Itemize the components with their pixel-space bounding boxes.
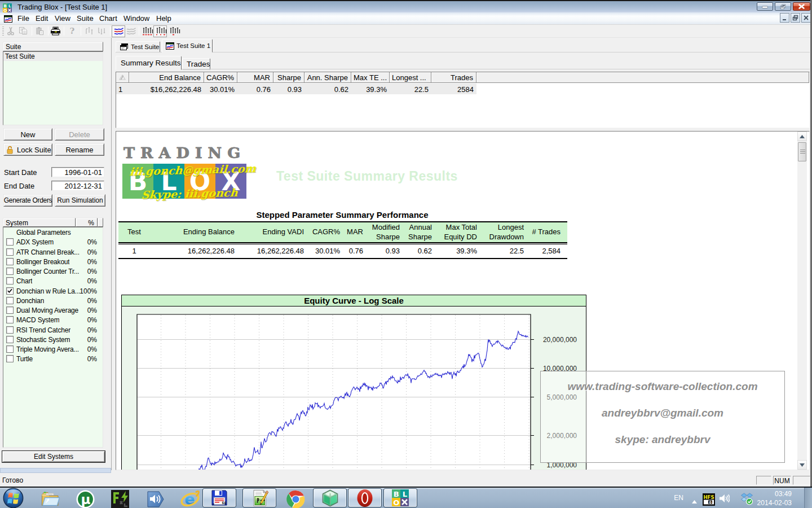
menu-edit[interactable]: Edit [36, 14, 48, 23]
stepped-parameter-down-icon[interactable] [97, 27, 107, 36]
run-simulation-button[interactable]: Run Simulation [55, 194, 105, 207]
taskbar-vbox-button[interactable] [313, 488, 347, 507]
cut-icon[interactable] [6, 27, 16, 36]
system-row[interactable]: MACD System0% [3, 315, 103, 325]
mdi-minimize-button[interactable] [780, 13, 789, 23]
system-checkbox[interactable] [6, 336, 14, 343]
tray-hfs-icon[interactable]: HFS 0 [703, 493, 715, 508]
system-row[interactable]: Donchian w Rule La...100% [3, 286, 103, 296]
grid-column-header[interactable]: Sharpe [273, 72, 304, 83]
tray-hidden-icons-arrow[interactable] [692, 496, 697, 506]
tray-volume-icon[interactable] [718, 493, 730, 506]
tab-trades[interactable]: Trades [182, 58, 210, 70]
system-row[interactable]: Donchian0% [3, 296, 103, 305]
system-checkbox[interactable] [6, 248, 14, 256]
generate-orders-button[interactable]: Generate Orders [3, 194, 52, 207]
start-date-input[interactable]: 1996-01-01 [51, 167, 104, 177]
scroll-up-button[interactable] [797, 132, 807, 141]
grid-column-header[interactable]: Ann. Sharpe [304, 72, 351, 83]
mdi-close-button[interactable] [801, 13, 811, 23]
system-row[interactable]: Triple Moving Avera...0% [3, 344, 103, 354]
tray-clock[interactable]: 03:49 2014-02-03 [757, 489, 792, 507]
system-list[interactable]: Global ParametersADX System0%ATR Channel… [3, 227, 103, 448]
grid-cell[interactable]: 1 [116, 84, 129, 95]
taskbar-utorrent-icon[interactable]: µ [76, 489, 95, 508]
grid-column-header[interactable]: Longest ... [390, 72, 431, 83]
taskbar-internet-explorer-icon[interactable]: e [180, 489, 200, 508]
grid-cell[interactable]: 2584 [431, 84, 476, 95]
stepped-parameter-up-icon[interactable] [85, 27, 94, 36]
scroll-down-button[interactable] [797, 460, 807, 470]
minimize-button[interactable] [757, 2, 773, 11]
system-checkbox[interactable] [6, 258, 14, 265]
grid-cell[interactable]: 39.3% [351, 84, 390, 95]
system-row[interactable]: RSI Trend Catcher0% [3, 325, 103, 335]
toolbar-grip[interactable] [2, 27, 4, 36]
menu-chart[interactable]: Chart [99, 14, 117, 23]
system-checkbox[interactable] [6, 238, 14, 246]
grid-cell[interactable]: 0.93 [273, 84, 304, 95]
menu-suite[interactable]: Suite [77, 14, 94, 23]
start-button[interactable] [3, 488, 24, 508]
taskbar-tradingblox-button[interactable]: BLO [383, 488, 417, 507]
menu-window[interactable]: Window [123, 14, 149, 23]
system-row[interactable]: Chart0% [3, 276, 103, 286]
taskbar-chrome-icon[interactable] [286, 489, 305, 508]
system-checkbox[interactable] [6, 297, 14, 304]
show-desktop-button[interactable] [804, 488, 812, 508]
system-checkbox[interactable] [6, 355, 14, 362]
end-date-input[interactable]: 2012-12-31 [51, 181, 104, 191]
trade-bars-icon-2[interactable] [153, 25, 167, 37]
menu-help[interactable]: Help [156, 14, 171, 23]
system-row[interactable]: Dual Moving Average0% [3, 305, 103, 315]
system-row[interactable]: ATR Channel Break...0% [3, 247, 103, 257]
grid-cell[interactable]: $16,262,226.48 [129, 84, 204, 95]
taskbar-opera-button[interactable] [348, 488, 382, 507]
system-row[interactable]: Bollinger Breakout0% [3, 257, 103, 266]
system-row[interactable]: ADX System0% [3, 237, 103, 247]
restore-button[interactable] [775, 2, 791, 11]
lock-suite-button[interactable]: Lock Suite [3, 143, 52, 156]
suite-list[interactable]: Test Suite [3, 51, 103, 125]
tab-test-suite[interactable]: Test Suite [116, 41, 160, 52]
system-column-header[interactable]: System [3, 218, 76, 227]
trade-bars-icon-3[interactable] [169, 27, 179, 36]
grid-column-header[interactable]: MAR [237, 72, 273, 83]
taskbar-explorer-icon[interactable] [41, 489, 60, 508]
delete-suite-button[interactable]: Delete [55, 128, 104, 141]
equity-curves-icon[interactable] [112, 25, 125, 37]
system-checkbox[interactable] [6, 306, 14, 314]
taskbar-save-button[interactable]: 64 [202, 488, 236, 507]
tab-summary-results[interactable]: Summary Results [116, 56, 182, 70]
system-checkbox[interactable] [6, 277, 14, 284]
system-checkbox[interactable] [6, 287, 14, 295]
system-checkbox[interactable] [6, 345, 14, 353]
system-row[interactable]: Turtle0% [3, 354, 103, 364]
grid-column-header[interactable]: Max TE ... [351, 72, 390, 83]
taskbar-notepadpp-button[interactable] [242, 488, 276, 507]
help-icon[interactable]: ? [68, 27, 78, 36]
suite-list-header[interactable]: Suite [3, 42, 103, 51]
menu-file[interactable]: File [17, 14, 29, 23]
copy-icon[interactable] [19, 27, 28, 36]
tab-test-suite-1[interactable]: Test Suite 1 [162, 39, 213, 52]
system-checkbox[interactable] [6, 326, 14, 334]
scrollbar-thumb[interactable] [798, 142, 806, 161]
paste-icon[interactable] [35, 27, 45, 36]
taskbar-forex-tester-icon[interactable] [111, 489, 129, 508]
report-scrollbar[interactable] [797, 132, 807, 470]
grid-column-header[interactable]: CAGR% [204, 72, 237, 83]
grid-cell[interactable]: 22.5 [390, 84, 431, 95]
print-icon[interactable] [51, 27, 60, 36]
tray-language[interactable]: EN [674, 494, 683, 502]
suite-list-item[interactable]: Test Suite [3, 52, 103, 61]
taskbar-volume-mixer-icon[interactable] [146, 489, 165, 508]
grid-cell[interactable]: 0.76 [237, 84, 273, 95]
system-row[interactable]: Global Parameters [3, 227, 103, 237]
sidebar-hscrollbar[interactable] [0, 468, 111, 473]
tray-dropbox-icon[interactable] [740, 493, 753, 507]
menu-view[interactable]: View [55, 14, 70, 23]
splitter[interactable] [111, 38, 112, 470]
new-suite-button[interactable]: New [3, 128, 52, 141]
summary-grid[interactable]: End BalanceCAGR%MARSharpeAnn. SharpeMax … [116, 72, 810, 128]
